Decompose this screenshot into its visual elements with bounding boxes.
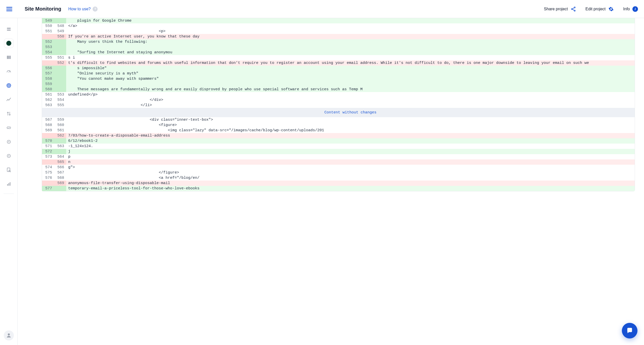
target-icon — [6, 153, 12, 159]
top-header: Site Monitoring How to use? ? Share proj… — [0, 0, 644, 18]
rail-separator — [4, 194, 14, 194]
diff-row: 572j — [42, 149, 635, 154]
gutter-left: 571 — [42, 144, 54, 149]
rail-item-stats[interactable] — [4, 179, 14, 189]
gutter-left — [42, 181, 54, 186]
svg-point-20 — [8, 333, 10, 335]
diff-row: 569561 <img class="lazy" data-src="/imag… — [42, 128, 635, 133]
rail-item-apps[interactable] — [4, 24, 14, 34]
svg-point-0 — [574, 7, 575, 8]
user-icon — [6, 332, 12, 338]
diff-row: 567559 <div class="inner-text-box"> — [42, 117, 635, 122]
svg-point-14 — [8, 155, 9, 156]
svg-rect-3 — [7, 28, 11, 29]
diff-row: 558 "You cannot make away with spammers" — [42, 76, 635, 81]
gutter-left: 570 — [42, 138, 54, 144]
gutter-right — [54, 81, 66, 87]
rail-item-trends[interactable] — [4, 95, 14, 104]
project-avatar-icon — [6, 41, 11, 46]
diff-row: 562554 </div> — [42, 97, 635, 103]
diff-row: 5706/12/ebook1-2 — [42, 138, 635, 144]
gutter-right — [54, 39, 66, 45]
gutter-right: 561 — [54, 128, 66, 133]
gutter-left — [42, 60, 54, 66]
gutter-left: 549 — [42, 18, 54, 23]
diff-row: 560 These messages are fundamentally wro… — [42, 87, 635, 92]
gutter-right: 551 — [54, 55, 66, 60]
diff-row: 557 "Online security is a myth" — [42, 71, 635, 76]
code-line: </div> — [66, 97, 635, 103]
diff-row: 568560 <figure> — [42, 122, 635, 128]
code-line: "Surfing the Internet and staying anonym… — [66, 50, 635, 55]
gutter-left: 550 — [42, 23, 54, 29]
diff-row: 559 — [42, 81, 635, 87]
svg-rect-6 — [8, 56, 9, 59]
gutter-left: 572 — [42, 149, 54, 154]
rail-item-target1[interactable] — [4, 137, 14, 147]
diff-row: 550548</a> — [42, 23, 635, 29]
code-line: 7/03/how-to-create-a-disposable-email-ad… — [66, 133, 635, 138]
diff-row: 575567 </figure> — [42, 170, 635, 175]
gutter-left: 561 — [42, 92, 54, 97]
page-title: Site Monitoring — [25, 6, 61, 12]
diff-row: 552t's difficult to find websites and fo… — [42, 60, 635, 66]
code-line: -1_124x124. — [66, 144, 635, 149]
share-project-button[interactable]: Share project — [544, 6, 576, 12]
rail-item-updown[interactable] — [4, 109, 14, 118]
gutter-right: 553 — [54, 92, 66, 97]
code-line: plugin for Google Chrome — [66, 18, 635, 23]
how-to-label: How to use? — [68, 7, 91, 11]
diff-row: 552 Many users think the following: — [42, 39, 635, 45]
code-line: p — [66, 154, 635, 159]
share-label: Share project — [544, 7, 568, 11]
rail-item-links[interactable] — [4, 123, 14, 133]
gutter-right: 564 — [54, 154, 66, 159]
code-line: <a href="/blog/en/ — [66, 175, 635, 181]
code-line: 6/12/ebook1-2 — [66, 138, 635, 144]
diff-row: 553 — [42, 45, 635, 50]
code-line: g"> — [66, 165, 635, 170]
diff-row: 550If you're an active Internet user, yo… — [42, 34, 635, 39]
diff-row: 563555 </li> — [42, 103, 635, 108]
gutter-right: 563 — [54, 144, 66, 149]
diff-hunk-separator[interactable]: Content without changes — [42, 108, 635, 117]
rail-item-dashboard[interactable] — [4, 53, 14, 62]
gutter-right: 565 — [54, 159, 66, 165]
gutter-right — [54, 50, 66, 55]
svg-point-12 — [8, 141, 9, 142]
hunk-label[interactable]: Content without changes — [66, 108, 635, 117]
gutter-left: 556 — [42, 66, 54, 71]
gutter-right — [54, 18, 66, 23]
code-line: s impossible" — [66, 66, 635, 71]
gutter-left: 558 — [42, 76, 54, 81]
how-to-link[interactable]: How to use? ? — [68, 7, 98, 12]
gutter-left: 560 — [42, 87, 54, 92]
code-line: These messages are fundamentally wrong a… — [66, 87, 635, 92]
gutter-left: 562 — [42, 97, 54, 103]
menu-toggle[interactable] — [5, 6, 14, 13]
diff-row: 551549 <p> — [42, 29, 635, 34]
user-avatar[interactable] — [4, 330, 14, 340]
code-line: t's difficult to find websites and forum… — [66, 60, 635, 66]
rail-item-target2[interactable] — [4, 151, 14, 161]
info-button[interactable]: Info i — [623, 6, 638, 12]
rail-item-monitoring[interactable] — [4, 81, 14, 90]
chat-button[interactable] — [622, 323, 637, 338]
link-icon — [6, 125, 12, 131]
rail-item-project[interactable] — [4, 38, 14, 48]
columns-icon — [6, 55, 12, 60]
gutter-right: 555 — [54, 103, 66, 108]
gutter-left: 557 — [42, 71, 54, 76]
gutter-left: 569 — [42, 128, 54, 133]
gutter-right — [54, 76, 66, 81]
rail-item-speed[interactable] — [4, 67, 14, 76]
svg-rect-15 — [7, 168, 10, 172]
diff-row: 554 "Surfing the Internet and staying an… — [42, 50, 635, 55]
rail-item-search-page[interactable] — [4, 165, 14, 175]
target-icon — [6, 139, 12, 145]
code-line: "You cannot make away with spammers" — [66, 76, 635, 81]
svg-point-10 — [8, 85, 9, 86]
edit-project-button[interactable]: Edit project — [585, 6, 614, 12]
main-scroll[interactable]: 549 plugin for Google Chrome550548</a>55… — [18, 18, 644, 345]
code-line: j — [66, 149, 635, 154]
